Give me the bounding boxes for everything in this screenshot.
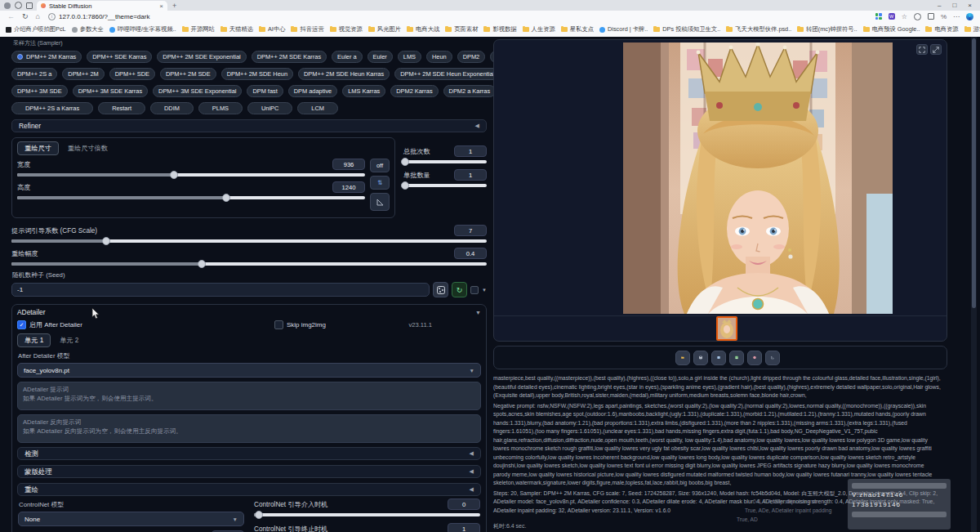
tab-close-icon[interactable]: × [159,2,163,10]
extra-seed-checkbox[interactable] [470,286,479,294]
bookmark-item[interactable]: 电商资源 [925,25,958,34]
fullscreen-icon[interactable] [916,44,928,55]
batch-size-slider[interactable] [403,184,487,187]
bookmark-item[interactable]: 电商大战 [407,25,439,34]
history-icon[interactable] [14,2,22,9]
width-slider[interactable] [17,173,365,177]
random-seed-button[interactable] [433,282,448,297]
sampler-option[interactable]: DPM adaptive [288,85,337,97]
sampler-option[interactable]: DPM++ 2M Karras [11,51,82,63]
bookmark-item[interactable]: AI中心 [259,25,286,34]
sampler-option[interactable]: LMS Karras [342,85,385,97]
sampler-option[interactable]: DPM++ 2M SDE Heun [221,68,293,80]
tab-resize-to[interactable]: 重绘尺寸 [17,141,59,155]
sampler-option[interactable]: DPM++ 2S a [11,68,57,80]
selected-thumbnail[interactable] [716,316,737,341]
adetailer-tab-1[interactable]: 单元 1 [17,333,51,347]
refresh-icon[interactable]: ↻ [22,12,29,20]
site-info-icon[interactable]: i [48,13,56,20]
adetailer-tab-2[interactable]: 单元 2 [52,333,86,347]
controlnet-end-value[interactable]: 1 [448,523,480,532]
extension-icon[interactable]: W [889,13,895,20]
scrollbar-thumb[interactable] [972,38,976,308]
bookmark-item[interactable]: 页面素材 [445,25,478,34]
sampler-option[interactable]: DPM++ 3M SDE [11,85,68,97]
profile-avatar[interactable] [4,2,11,9]
bookmark-item[interactable]: 抖音运营 [291,25,323,34]
swap-dimensions-button[interactable]: ⇅ [370,176,390,190]
sampler-option[interactable]: Euler a [332,51,362,63]
inpaint-accordion[interactable]: 重绘 ◀ [17,483,481,496]
cfg-slider[interactable] [11,239,487,243]
sampler-option[interactable]: DPM++ SDE Karras [87,51,152,63]
sampler-option[interactable]: DPM++ 2M SDE Heun Exponential [394,68,500,80]
sampler-option[interactable]: DPM++ 3M SDE Karras [73,85,148,97]
bookmark-item[interactable]: 介绍商户喷拍图PcL [6,25,66,34]
controlnet-model-dropdown[interactable]: None ▼ [18,512,244,526]
height-slider[interactable] [17,196,365,199]
refiner-accordion[interactable]: Refiner ◀ [11,119,487,132]
sampler-option[interactable]: Heun [426,51,452,63]
bookmark-item[interactable]: 星私支点 [561,25,594,34]
tracker-icon[interactable] [914,13,921,20]
send-to-extras-button[interactable] [729,351,744,365]
seed-extra-caret-icon[interactable]: ▼ [482,288,487,293]
sampler-option[interactable]: DPM++ 3M SDE Exponential [153,85,242,97]
send-to-inpaint-button[interactable] [765,351,780,365]
sampler-option[interactable]: DPM++ 2M [62,68,104,80]
page-scrollbar[interactable] [971,37,977,532]
bookmark-item[interactable]: 哔哩哔哩/生字幕视频.. [109,25,176,34]
width-value[interactable]: 936 [332,159,365,170]
adetailer-negative-textarea[interactable]: ADetailer 反向提示词 如果 ADetailer 反向提示词为空，则会使… [17,414,481,443]
sampler-option[interactable]: DPM fast [247,85,283,97]
sampler-option[interactable]: PLMS [198,102,243,114]
bookmark-item[interactable]: 人生资源 [523,25,555,34]
more-menu-icon[interactable]: ⋯ [953,13,960,20]
sampler-option[interactable]: DPM++ 2M SDE Exponential [157,51,246,63]
sampler-option[interactable]: DPM++ 2M SDE [160,68,216,80]
reuse-seed-button[interactable]: ↻ [452,282,467,297]
favorites-star-icon[interactable]: ☆ [902,13,907,20]
save-button[interactable] [693,351,708,365]
split-screen-icon[interactable] [928,13,934,20]
bookmark-item[interactable]: 影视数据 [483,25,516,34]
sampler-option[interactable]: DPM2 a Karras [443,85,497,97]
bookmark-item[interactable]: 游戏资源 [964,25,980,34]
bookmark-item[interactable]: 参数大全 [72,25,104,34]
batch-size-value[interactable]: 1 [454,169,487,181]
sampler-option[interactable]: LCM [297,102,338,114]
back-icon[interactable]: ← [7,12,15,20]
batch-count-slider[interactable] [403,160,487,163]
sampler-option[interactable]: DPM2 [457,51,486,63]
save-zip-button[interactable] [711,351,726,365]
sampler-option[interactable]: DPM++ SDE [109,68,155,80]
open-folder-button[interactable] [675,351,690,365]
expand-gallery-icon[interactable] [930,44,942,55]
controlnet-start-slider[interactable] [254,513,480,516]
apps-grid-icon[interactable] [875,13,882,20]
sampler-option[interactable]: DPM++ 2M SDE Heun Karras [298,68,390,80]
bookmark-item[interactable]: Discord | 卡牌.. [599,25,648,34]
sampler-option[interactable]: DDIM [150,102,194,114]
sampler-option[interactable]: Restart [98,102,145,114]
sampler-option[interactable]: UniPC [247,102,292,114]
window-maximize-button[interactable]: □ [952,2,956,9]
send-to-img2img-button[interactable] [747,351,762,365]
batch-count-value[interactable]: 1 [454,145,487,157]
seed-input[interactable] [11,283,430,297]
home-icon[interactable]: ⌂ [36,12,40,20]
sampler-option[interactable]: LMS [398,51,421,63]
enable-adetailer-checkbox[interactable]: ✓ [17,320,26,329]
tab-resize-by[interactable]: 重绘尺寸倍数 [60,141,115,155]
sampler-option[interactable]: DPM++ 2M SDE Karras [252,51,327,63]
sampler-option[interactable]: DPM2 Karras [390,85,438,97]
sampler-option[interactable]: DPM++ 2S a Karras [11,102,93,114]
bookmark-item[interactable]: 转团(mc)钟摆符号.. [797,25,857,34]
browser-tab[interactable]: Stable Diffusion × [37,1,167,11]
window-close-button[interactable]: × [968,2,972,9]
height-value[interactable]: 1240 [332,181,365,193]
bookmark-item[interactable]: 电商预设 Google.. [863,25,920,34]
denoise-slider[interactable] [11,262,487,266]
skip-img2img-checkbox[interactable] [274,320,283,329]
adetailer-model-dropdown[interactable]: face_yolov8n.pt ▼ [17,363,481,378]
